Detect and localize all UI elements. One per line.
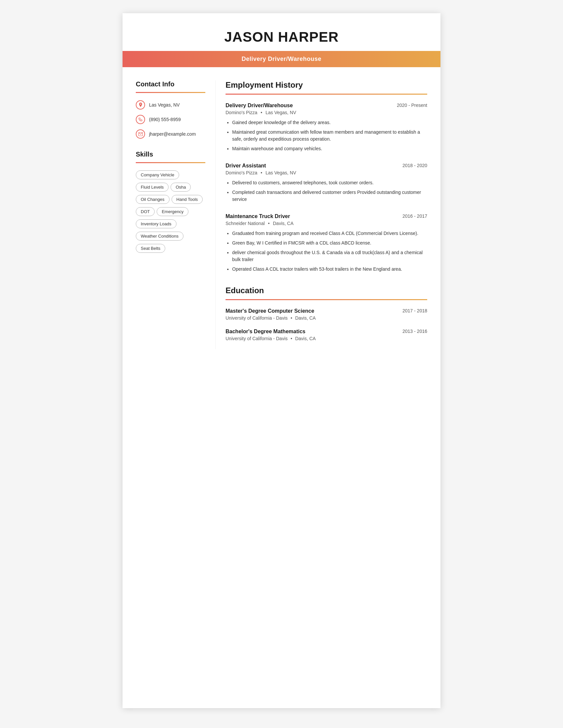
- skill-tag: Inventory Loads: [136, 219, 176, 228]
- skill-tag: DOT: [136, 207, 155, 216]
- job-header: Driver Assistant2018 - 2020: [225, 163, 427, 169]
- skill-tag: Osha: [170, 183, 191, 192]
- edu-date: 2017 - 2018: [402, 308, 427, 313]
- job-block: Driver Assistant2018 - 2020Domino's Pizz…: [225, 163, 427, 203]
- skill-tag: Company Vehicle: [136, 170, 179, 179]
- education-section: Education Master's Degree Computer Scien…: [225, 286, 427, 341]
- skills-section: Skills Company VehicleFluid LevelsOshaOi…: [136, 151, 205, 256]
- job-bullets: Graduated from training program and rece…: [225, 230, 427, 273]
- job-bullets: Gained deeper knowledge of the delivery …: [225, 119, 427, 152]
- contact-phone: (890) 555-8959: [136, 115, 205, 124]
- skills-section-title: Skills: [136, 151, 205, 158]
- contact-email-text: jharper@example.com: [149, 131, 196, 137]
- job-company: Domino's Pizza • Las Vegas, NV: [225, 170, 427, 175]
- skills-tags-container: Company VehicleFluid LevelsOshaOil Chang…: [136, 170, 205, 256]
- job-bullets: Delivered to customers, answered telepho…: [225, 179, 427, 203]
- list-item: Completed cash transactions and delivere…: [232, 189, 427, 203]
- skill-tag: Hand Tools: [171, 195, 203, 204]
- resume-body: Contact Info Las Vegas, NV: [122, 67, 441, 362]
- job-date: 2020 - Present: [397, 103, 427, 108]
- job-title: Delivery Driver/Warehouse: [225, 103, 293, 109]
- employment-section-title: Employment History: [225, 80, 427, 90]
- list-item: deliver chemical goods throughout the U.…: [232, 249, 427, 263]
- contact-divider: [136, 92, 205, 93]
- edu-degree: Bachelor's Degree Mathematics: [225, 329, 305, 335]
- job-header: Maintenance Truck Driver2016 - 2017: [225, 213, 427, 219]
- list-item: Green Bay, W I Certified in FMCSR with a…: [232, 240, 427, 247]
- phone-icon: [136, 115, 145, 124]
- list-item: Operated Class A CDL tractor trailers wi…: [232, 266, 427, 273]
- skill-tag: Emergency: [157, 207, 188, 216]
- list-item: Maintained great communication with fell…: [232, 129, 427, 143]
- list-item: Delivered to customers, answered telepho…: [232, 179, 427, 186]
- contact-section-title: Contact Info: [136, 80, 205, 88]
- candidate-name: JASON HARPER: [136, 29, 427, 45]
- list-item: Maintain warehouse and company vehicles.: [232, 145, 427, 152]
- skills-divider: [136, 162, 205, 163]
- edu-block: Master's Degree Computer Science2017 - 2…: [225, 308, 427, 321]
- candidate-title: Delivery Driver/Warehouse: [242, 56, 322, 62]
- edu-block: Bachelor's Degree Mathematics2013 - 2016…: [225, 329, 427, 341]
- contact-location-text: Las Vegas, NV: [149, 102, 180, 108]
- contact-section: Contact Info Las Vegas, NV: [136, 80, 205, 139]
- job-company: Schneider National • Davis, CA: [225, 221, 427, 226]
- edu-header: Bachelor's Degree Mathematics2013 - 2016: [225, 329, 427, 335]
- contact-location: Las Vegas, NV: [136, 100, 205, 110]
- skill-tag: Oil Changes: [136, 195, 169, 204]
- email-icon: [136, 129, 145, 139]
- location-icon: [136, 100, 145, 110]
- job-block: Maintenance Truck Driver2016 - 2017Schne…: [225, 213, 427, 273]
- list-item: Graduated from training program and rece…: [232, 230, 427, 237]
- skill-tag: Weather Conditions: [136, 232, 183, 241]
- education-section-title: Education: [225, 286, 427, 295]
- job-date: 2018 - 2020: [402, 163, 427, 168]
- edu-school: University of California - Davis • Davis…: [225, 336, 427, 341]
- skill-tag: Fluid Levels: [136, 183, 168, 192]
- job-block: Delivery Driver/Warehouse2020 - PresentD…: [225, 103, 427, 152]
- edu-school: University of California - Davis • Davis…: [225, 315, 427, 321]
- resume-header: JASON HARPER: [122, 13, 441, 45]
- contact-phone-text: (890) 555-8959: [149, 117, 181, 122]
- sidebar: Contact Info Las Vegas, NV: [122, 80, 215, 349]
- job-title: Maintenance Truck Driver: [225, 213, 290, 219]
- contact-email: jharper@example.com: [136, 129, 205, 139]
- employment-divider: [225, 94, 427, 95]
- title-bar: Delivery Driver/Warehouse: [122, 51, 441, 67]
- resume-container: JASON HARPER Delivery Driver/Warehouse C…: [122, 13, 441, 708]
- edu-date: 2013 - 2016: [402, 329, 427, 334]
- education-container: Master's Degree Computer Science2017 - 2…: [225, 308, 427, 341]
- jobs-container: Delivery Driver/Warehouse2020 - PresentD…: [225, 103, 427, 273]
- education-divider: [225, 299, 427, 300]
- employment-section: Employment History Delivery Driver/Wareh…: [225, 80, 427, 273]
- job-title: Driver Assistant: [225, 163, 266, 169]
- skill-tag: Seat Belts: [136, 244, 165, 253]
- job-company: Domino's Pizza • Las Vegas, NV: [225, 110, 427, 115]
- job-header: Delivery Driver/Warehouse2020 - Present: [225, 103, 427, 109]
- main-content: Employment History Delivery Driver/Wareh…: [215, 80, 441, 349]
- edu-header: Master's Degree Computer Science2017 - 2…: [225, 308, 427, 314]
- job-date: 2016 - 2017: [402, 213, 427, 219]
- list-item: Gained deeper knowledge of the delivery …: [232, 119, 427, 126]
- edu-degree: Master's Degree Computer Science: [225, 308, 314, 314]
